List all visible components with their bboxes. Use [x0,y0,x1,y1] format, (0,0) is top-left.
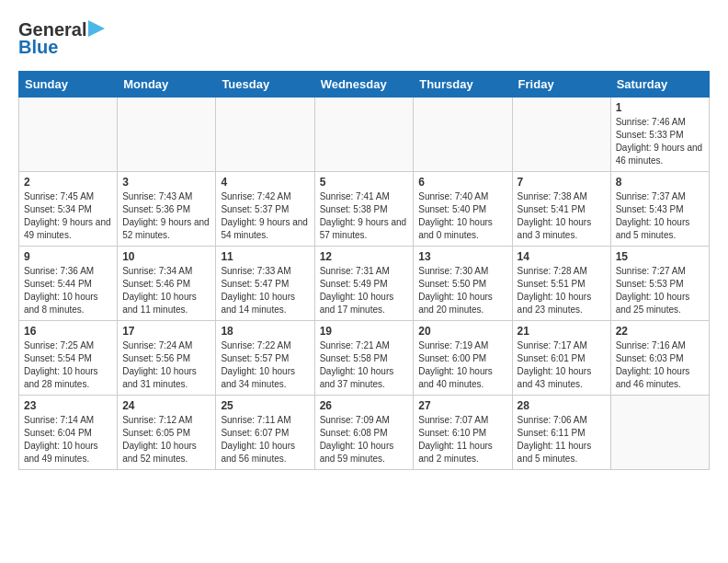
table-row: 24Sunrise: 7:12 AM Sunset: 6:05 PM Dayli… [118,396,216,470]
table-row: 2Sunrise: 7:45 AM Sunset: 5:34 PM Daylig… [19,172,118,247]
table-row: 8Sunrise: 7:37 AM Sunset: 5:43 PM Daylig… [610,172,709,247]
table-row: 6Sunrise: 7:40 AM Sunset: 5:40 PM Daylig… [414,172,512,247]
day-number: 9 [24,250,112,263]
table-row: 23Sunrise: 7:14 AM Sunset: 6:04 PM Dayli… [19,396,118,470]
day-number: 2 [24,176,112,189]
day-info: Sunrise: 7:11 AM Sunset: 6:07 PM Dayligh… [221,414,309,465]
table-row: 7Sunrise: 7:38 AM Sunset: 5:41 PM Daylig… [512,172,610,247]
day-info: Sunrise: 7:31 AM Sunset: 5:49 PM Dayligh… [320,265,409,316]
day-info: Sunrise: 7:09 AM Sunset: 6:08 PM Dayligh… [320,414,409,465]
table-row: 12Sunrise: 7:31 AM Sunset: 5:49 PM Dayli… [314,247,414,321]
table-row [19,98,118,172]
day-info: Sunrise: 7:27 AM Sunset: 5:53 PM Dayligh… [616,265,704,316]
logo-blue: Blue [18,37,58,58]
day-info: Sunrise: 7:14 AM Sunset: 6:04 PM Dayligh… [24,414,112,465]
day-info: Sunrise: 7:06 AM Sunset: 6:11 PM Dayligh… [518,414,606,465]
day-number: 21 [518,325,606,338]
page: General Blue Sunday Monday Tuesday [0,0,728,479]
day-number: 3 [122,176,210,189]
table-row: 3Sunrise: 7:43 AM Sunset: 5:36 PM Daylig… [118,172,216,247]
day-number: 19 [320,325,409,338]
table-row: 22Sunrise: 7:16 AM Sunset: 6:03 PM Dayli… [610,321,709,396]
day-info: Sunrise: 7:45 AM Sunset: 5:34 PM Dayligh… [24,190,112,242]
day-number: 11 [221,250,309,263]
table-row [314,98,414,172]
table-row: 4Sunrise: 7:42 AM Sunset: 5:37 PM Daylig… [216,172,314,247]
table-row: 21Sunrise: 7:17 AM Sunset: 6:01 PM Dayli… [512,321,610,396]
day-number: 10 [122,250,210,263]
day-info: Sunrise: 7:34 AM Sunset: 5:46 PM Dayligh… [122,265,210,316]
table-row: 16Sunrise: 7:25 AM Sunset: 5:54 PM Dayli… [19,321,118,396]
day-number: 20 [418,325,506,338]
table-row [216,98,314,172]
day-info: Sunrise: 7:16 AM Sunset: 6:03 PM Dayligh… [616,339,704,391]
table-row [414,98,512,172]
day-number: 6 [418,176,506,189]
day-number: 12 [320,250,409,263]
day-number: 17 [122,325,210,338]
day-number: 23 [24,399,112,412]
day-info: Sunrise: 7:19 AM Sunset: 6:00 PM Dayligh… [418,339,506,391]
table-row: 18Sunrise: 7:22 AM Sunset: 5:57 PM Dayli… [216,321,314,396]
day-info: Sunrise: 7:43 AM Sunset: 5:36 PM Dayligh… [122,190,210,242]
day-number: 13 [418,250,506,263]
logo: General Blue [18,18,105,58]
table-row: 20Sunrise: 7:19 AM Sunset: 6:00 PM Dayli… [414,321,512,396]
table-row: 25Sunrise: 7:11 AM Sunset: 6:07 PM Dayli… [216,396,314,470]
logo-arrow-icon [88,20,105,37]
day-info: Sunrise: 7:33 AM Sunset: 5:47 PM Dayligh… [221,265,309,316]
day-info: Sunrise: 7:07 AM Sunset: 6:10 PM Dayligh… [418,414,506,465]
day-info: Sunrise: 7:40 AM Sunset: 5:40 PM Dayligh… [418,190,506,242]
day-info: Sunrise: 7:42 AM Sunset: 5:37 PM Dayligh… [221,190,309,242]
day-info: Sunrise: 7:38 AM Sunset: 5:41 PM Dayligh… [518,190,606,242]
table-row: 1Sunrise: 7:46 AM Sunset: 5:33 PM Daylig… [610,98,709,172]
table-row: 9Sunrise: 7:36 AM Sunset: 5:44 PM Daylig… [19,247,118,321]
day-number: 28 [518,399,606,412]
day-number: 27 [418,399,506,412]
day-info: Sunrise: 7:17 AM Sunset: 6:01 PM Dayligh… [518,339,606,391]
day-number: 25 [221,399,309,412]
table-row: 13Sunrise: 7:30 AM Sunset: 5:50 PM Dayli… [414,247,512,321]
table-row: 15Sunrise: 7:27 AM Sunset: 5:53 PM Dayli… [610,247,709,321]
col-monday: Monday [118,72,216,98]
table-row: 19Sunrise: 7:21 AM Sunset: 5:58 PM Dayli… [314,321,414,396]
col-sunday: Sunday [19,72,118,98]
table-row: 10Sunrise: 7:34 AM Sunset: 5:46 PM Dayli… [118,247,216,321]
day-number: 8 [616,176,704,189]
day-number: 26 [320,399,409,412]
calendar-week-row: 1Sunrise: 7:46 AM Sunset: 5:33 PM Daylig… [19,98,710,172]
table-row: 14Sunrise: 7:28 AM Sunset: 5:51 PM Dayli… [512,247,610,321]
day-info: Sunrise: 7:36 AM Sunset: 5:44 PM Dayligh… [24,265,112,316]
day-info: Sunrise: 7:30 AM Sunset: 5:50 PM Dayligh… [418,265,506,316]
day-number: 5 [320,176,409,189]
col-wednesday: Wednesday [314,72,414,98]
calendar-week-row: 9Sunrise: 7:36 AM Sunset: 5:44 PM Daylig… [19,247,710,321]
col-saturday: Saturday [610,72,709,98]
day-info: Sunrise: 7:41 AM Sunset: 5:38 PM Dayligh… [320,190,409,242]
calendar-week-row: 2Sunrise: 7:45 AM Sunset: 5:34 PM Daylig… [19,172,710,247]
table-row: 17Sunrise: 7:24 AM Sunset: 5:56 PM Dayli… [118,321,216,396]
day-info: Sunrise: 7:21 AM Sunset: 5:58 PM Dayligh… [320,339,409,391]
calendar: Sunday Monday Tuesday Wednesday Thursday… [18,71,710,470]
day-number: 14 [518,250,606,263]
table-row: 28Sunrise: 7:06 AM Sunset: 6:11 PM Dayli… [512,396,610,470]
day-info: Sunrise: 7:22 AM Sunset: 5:57 PM Dayligh… [221,339,309,391]
day-info: Sunrise: 7:25 AM Sunset: 5:54 PM Dayligh… [24,339,112,391]
day-number: 7 [518,176,606,189]
col-thursday: Thursday [414,72,512,98]
day-info: Sunrise: 7:28 AM Sunset: 5:51 PM Dayligh… [518,265,606,316]
table-row: 26Sunrise: 7:09 AM Sunset: 6:08 PM Dayli… [314,396,414,470]
day-info: Sunrise: 7:46 AM Sunset: 5:33 PM Dayligh… [616,116,704,167]
day-info: Sunrise: 7:12 AM Sunset: 6:05 PM Dayligh… [122,414,210,465]
table-row [512,98,610,172]
col-friday: Friday [512,72,610,98]
header: General Blue [18,18,710,58]
day-number: 16 [24,325,112,338]
col-tuesday: Tuesday [216,72,314,98]
table-row [610,396,709,470]
table-row: 11Sunrise: 7:33 AM Sunset: 5:47 PM Dayli… [216,247,314,321]
calendar-week-row: 16Sunrise: 7:25 AM Sunset: 5:54 PM Dayli… [19,321,710,396]
day-number: 4 [221,176,309,189]
table-row: 27Sunrise: 7:07 AM Sunset: 6:10 PM Dayli… [414,396,512,470]
day-number: 15 [616,250,704,263]
